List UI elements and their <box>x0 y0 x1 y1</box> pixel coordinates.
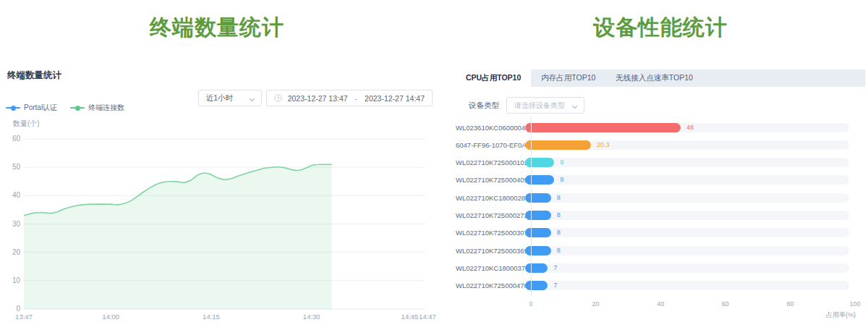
device-type-filter: 设备类型 请选择设备类型 <box>469 97 584 114</box>
device-type-label: 设备类型 <box>469 101 499 111</box>
bar-track: 9 <box>525 158 849 167</box>
legend-item-portal[interactable]: Portal认证 <box>6 103 57 113</box>
bar-value: 9 <box>560 158 563 166</box>
date-range-end[interactable]: 2023-12-27 14:47 <box>365 94 425 103</box>
bar-row: WL022710K7250001029 <box>456 156 865 170</box>
bar-row: WL022710KC180003727 <box>456 261 865 275</box>
bar-axis-line <box>531 117 532 296</box>
device-serial-label: WL022710K725000272 <box>456 211 525 219</box>
legend-item-terminal-connections[interactable]: 终端连接数 <box>70 103 124 113</box>
time-range-value: 近1小时 <box>206 93 233 103</box>
bar-row: WL022710K7250003698 <box>456 243 865 258</box>
x-tick-label: 14:45 <box>401 313 419 321</box>
y-tick-label: 50 <box>12 163 21 171</box>
date-range-separator: - <box>355 94 358 103</box>
device-serial-label: WL022710KC18000372 <box>456 264 525 272</box>
bar-track: 8 <box>525 193 849 203</box>
date-range-picker[interactable]: 2023-12-27 13:47 - 2023-12-27 14:47 <box>266 90 433 106</box>
dashboard: 终端数量统计 设备性能统计 终端数量统计 近1小时 2023-12-27 13:… <box>0 0 868 330</box>
left-section-title: 终端数量统计 <box>0 13 434 42</box>
bar-track: 7 <box>525 281 849 290</box>
x-tick-label: 80 <box>786 300 793 308</box>
bar[interactable] <box>525 211 551 220</box>
bar[interactable] <box>525 228 551 237</box>
legend-line-dot-icon <box>6 105 20 111</box>
bar-track: 8 <box>525 246 849 255</box>
y-tick-label: 30 <box>12 220 21 228</box>
x-tick-label: 100 <box>849 300 860 308</box>
bar-value: 7 <box>553 264 557 272</box>
tab-wireless-ap-rate-top10[interactable]: 无线接入点速率TOP10 <box>605 69 703 87</box>
bar-row: WL022710K7250004099 <box>456 173 865 187</box>
time-range-select[interactable]: 近1小时 <box>198 90 262 106</box>
legend-line-dot-icon <box>70 105 85 111</box>
y-tick-label: 40 <box>12 191 21 199</box>
device-serial-label: WL022710K725000102 <box>456 158 525 166</box>
bar-value: 8 <box>557 211 561 219</box>
legend-label: 终端连接数 <box>88 103 124 113</box>
x-tick-label: 20 <box>592 300 600 308</box>
bar-track: 8 <box>525 211 849 220</box>
bar-row: WL022710K7250003078 <box>456 226 865 240</box>
terminal-count-panel: 终端数量统计 近1小时 2023-12-27 13:47 - 2023-12-2… <box>0 64 441 330</box>
bar-track: 9 <box>525 175 849 185</box>
terminal-count-area-chart: 数量(个)010203040506013:4714:0014:1514:3014… <box>0 116 441 330</box>
bar-track: 8 <box>525 228 849 237</box>
device-type-placeholder: 请选择设备类型 <box>514 101 565 111</box>
x-tick-label: 14:47 <box>419 313 436 321</box>
x-tick-label: 60 <box>722 300 729 308</box>
tab-cpu-top10[interactable]: CPU占用TOP10 <box>456 69 531 87</box>
bar[interactable] <box>525 175 554 185</box>
date-range-start[interactable]: 2023-12-27 13:47 <box>288 94 348 103</box>
device-type-select[interactable]: 请选择设备类型 <box>506 97 584 114</box>
bar-value: 8 <box>557 194 561 202</box>
y-tick-label: 0 <box>16 305 20 313</box>
bar[interactable] <box>525 193 551 203</box>
bar-row: 6047-FF96-1070-EF0A20.3 <box>456 138 865 152</box>
area-fill <box>24 164 332 309</box>
right-section-title: 设备性能统计 <box>456 13 865 42</box>
y-axis-label: 数量(个) <box>12 119 40 127</box>
bar[interactable] <box>525 263 548 273</box>
bar[interactable] <box>525 246 551 255</box>
bar-track: 48 <box>525 123 849 132</box>
bar-row: WL023610KC0600004348 <box>456 120 865 135</box>
device-serial-label: WL022710K725000369 <box>456 247 525 255</box>
device-serial-label: WL022710K725000470 <box>456 282 525 289</box>
y-tick-label: 10 <box>12 276 21 284</box>
bar[interactable] <box>525 123 681 132</box>
x-tick-label: 40 <box>657 300 664 308</box>
y-tick-label: 60 <box>12 135 21 143</box>
tab-memory-top10[interactable]: 内存占用TOP10 <box>531 69 605 87</box>
bar-track: 7 <box>525 263 849 273</box>
panel-title: 终端数量统计 <box>7 69 61 82</box>
bar-row: WL022710K7250002728 <box>456 208 865 223</box>
bar[interactable] <box>525 281 548 290</box>
bar-value: 48 <box>686 124 694 132</box>
clock-icon <box>274 92 282 105</box>
bar-value: 8 <box>557 229 561 237</box>
chevron-down-icon <box>571 99 578 112</box>
bar-row: WL022710K7250004707 <box>456 279 865 293</box>
bar[interactable] <box>525 140 591 150</box>
performance-tabbar: CPU占用TOP10 内存占用TOP10 无线接入点速率TOP10 <box>456 69 865 87</box>
device-serial-label: WL022710KC18000280 <box>456 194 525 202</box>
bar-row: WL022710KC180002808 <box>456 190 865 205</box>
device-performance-panel: CPU占用TOP10 内存占用TOP10 无线接入点速率TOP10 设备类型 请… <box>456 69 865 330</box>
bar-value: 20.3 <box>597 141 610 149</box>
x-axis-label: 占用率(%) <box>826 310 856 320</box>
bar-value: 9 <box>560 176 563 184</box>
chevron-down-icon <box>249 92 255 105</box>
device-serial-label: 6047-FF96-1070-EF0A <box>456 141 525 149</box>
bar-track: 20.3 <box>525 140 849 150</box>
x-tick-label: 14:15 <box>203 313 220 321</box>
bar-value: 8 <box>557 247 561 255</box>
x-tick-label: 0 <box>529 300 532 308</box>
y-tick-label: 20 <box>12 248 21 256</box>
device-serial-label: WL022710K725000307 <box>456 229 525 237</box>
bar[interactable] <box>525 158 554 167</box>
legend-label: Portal认证 <box>24 103 57 113</box>
x-tick-label: 13:47 <box>15 313 33 321</box>
cpu-usage-bar-chart: WL023610KC06000043486047-FF96-1070-EF0A2… <box>456 117 865 327</box>
device-serial-label: WL023610KC06000043 <box>456 124 525 132</box>
